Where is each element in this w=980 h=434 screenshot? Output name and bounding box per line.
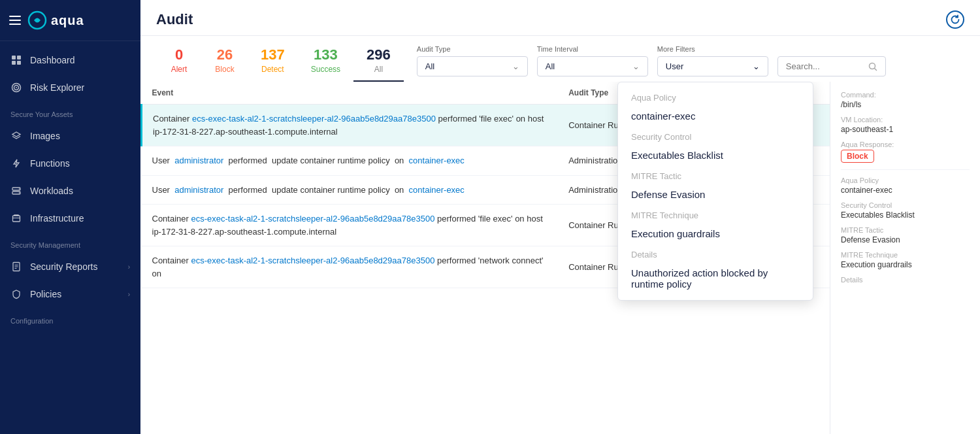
dropdown-item-executables-blacklist[interactable]: Executables Blacklist [618,144,813,166]
section-label-security-mgmt: Security Management [0,232,140,253]
main-content: Audit 0 Alert 26 Block 137 Detect 133 Su… [140,0,980,434]
audit-type-dropdown-popup: Aqua Policy container-exec Security Cont… [617,82,813,301]
user-filter-value: User [666,61,683,71]
event-cell: User administrator performed update cont… [142,175,559,205]
page-title: Audit [156,11,193,28]
aqua-policy-value: container-exec [841,186,970,195]
count-tab-success[interactable]: 133 Success [298,46,353,82]
file-icon [10,261,22,273]
sidebar-item-images-label: Images [30,131,60,141]
user-filter-select[interactable]: User ⌄ [657,56,768,76]
detect-label: Detect [261,65,284,74]
aqua-brand-icon [27,10,47,30]
svg-rect-3 [12,61,16,65]
mitre-technique-value: Execution guardrails [841,260,970,269]
sidebar-header: aqua [0,0,140,41]
refresh-button[interactable] [946,10,964,29]
aqua-response-badge: Block [841,150,874,163]
dropdown-section-aqua-policy: Aqua Policy [618,88,813,105]
hamburger-icon[interactable] [9,16,21,25]
right-panel-mitre-technique: MITRE Technique Execution guardrails [841,251,970,269]
dropdown-section-mitre-technique: MITRE Technique [618,205,813,223]
right-panel-details: Details [841,276,970,284]
user-filter-chevron: ⌄ [753,61,760,71]
security-control-label: Security Control [841,201,970,209]
time-interval-value: All [546,61,555,71]
aqua-policy-label: Aqua Policy [841,176,970,184]
zap-icon [10,158,22,169]
search-box[interactable] [777,56,886,76]
col-event: Event [142,82,559,105]
grid-icon [10,54,22,66]
vm-location-label: VM Location: [841,116,970,124]
main-header: Audit [140,0,980,36]
sidebar-item-images[interactable]: Images [0,122,140,150]
mitre-technique-label: MITRE Technique [841,251,970,259]
success-label: Success [311,65,340,74]
right-panel-aqua-response: Aqua Response: Block [841,141,970,163]
box-icon [10,212,22,224]
audit-type-select[interactable]: All ⌄ [417,56,528,76]
layers-icon [10,130,22,142]
sidebar: aqua Dashboard Risk Explorer Secure Your… [0,0,140,434]
count-tab-all[interactable]: 296 All [353,46,404,82]
vm-location-value: ap-southeast-1 [841,125,970,134]
sidebar-item-risk-explorer[interactable]: Risk Explorer [0,74,140,101]
sidebar-item-workloads[interactable]: Workloads [0,177,140,205]
sidebar-item-dashboard[interactable]: Dashboard [0,46,140,74]
sidebar-item-risk-explorer-label: Risk Explorer [30,82,84,93]
event-cell: User administrator performed update cont… [142,146,559,176]
right-panel-mitre-tactic: MITRE Tactic Defense Evasion [841,226,970,244]
audit-counts-bar: 0 Alert 26 Block 137 Detect 133 Success … [140,36,980,82]
sidebar-item-policies-label: Policies [30,289,61,299]
count-tab-detect[interactable]: 137 Detect [248,46,298,82]
svg-rect-1 [12,56,16,59]
time-interval-select[interactable]: All ⌄ [537,56,648,76]
dropdown-section-mitre-tactic: MITRE Tactic [618,166,813,184]
svg-point-10 [19,188,20,190]
shield-icon [10,288,22,300]
target-icon [10,82,22,93]
event-cell: Container ecs-exec-task-al2-1-scratchsle… [142,246,559,288]
all-count: 296 [367,46,391,63]
mitre-tactic-label: MITRE Tactic [841,226,970,234]
alert-count: 0 [175,46,183,63]
search-icon [868,62,877,71]
alert-label: Alert [171,65,188,74]
more-filters-label: More Filters [657,45,768,53]
section-label-configuration: Configuration [0,308,140,329]
svg-point-7 [16,87,17,88]
aqua-response-label: Aqua Response: [841,141,970,148]
aqua-logo: aqua [27,10,84,30]
sidebar-item-dashboard-label: Dashboard [30,55,75,65]
logo-text: aqua [51,13,84,28]
dropdown-item-defense-evasion[interactable]: Defense Evasion [618,184,813,205]
svg-point-11 [19,192,20,193]
dropdown-section-details: Details [618,244,813,262]
table-area: Event Audit Type Status Container ecs-ex… [140,82,980,434]
block-label: Block [215,65,234,74]
sidebar-item-security-reports[interactable]: Security Reports › [0,253,140,280]
command-value: /bin/ls [841,100,970,109]
dropdown-item-execution-guardrails[interactable]: Execution guardrails [618,223,813,244]
detect-count: 137 [261,46,285,63]
count-tab-alert[interactable]: 0 Alert [156,46,202,82]
right-panel: Command: /bin/ls VM Location: ap-southea… [830,82,980,434]
sidebar-nav: Dashboard Risk Explorer Secure Your Asse… [0,41,140,434]
dropdown-item-unauthorized-action[interactable]: Unauthorized action blocked by runtime p… [618,262,813,295]
dropdown-item-container-exec[interactable]: container-exec [618,105,813,127]
server-icon [10,185,22,197]
count-tab-block[interactable]: 26 Block [202,46,248,82]
chevron-right-icon-policies: › [128,291,130,298]
sidebar-item-policies[interactable]: Policies › [0,280,140,308]
right-panel-command: Command: /bin/ls [841,91,970,109]
sidebar-item-workloads-label: Workloads [30,186,73,196]
svg-rect-4 [17,61,21,65]
sidebar-item-infrastructure[interactable]: Infrastructure [0,205,140,232]
search-input[interactable] [786,61,864,71]
sidebar-item-infrastructure-label: Infrastructure [30,213,84,224]
section-label-assets: Secure Your Assets [0,101,140,122]
sidebar-item-functions[interactable]: Functions [0,150,140,177]
svg-rect-2 [17,56,21,59]
dropdown-section-security-control: Security Control [618,127,813,144]
